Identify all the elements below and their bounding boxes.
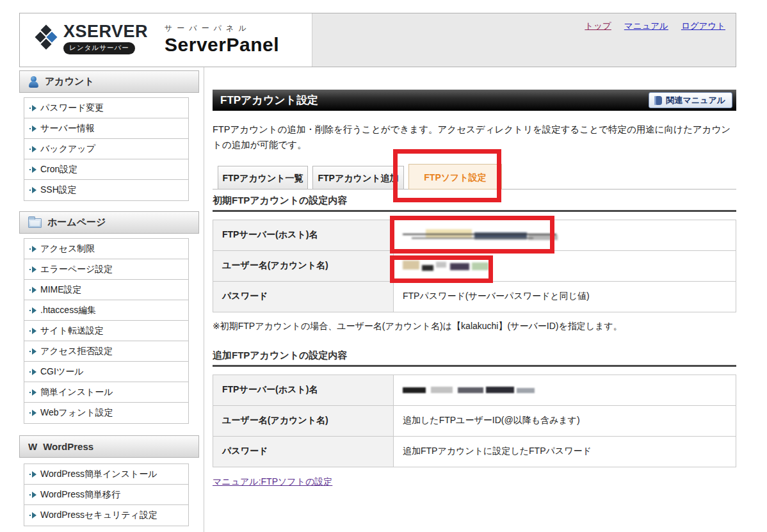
row-value: FTPパスワード(サーバーパスワードと同じ値) (394, 281, 736, 312)
sidebar-item[interactable]: バックアップ (24, 139, 188, 159)
arrow-icon (29, 328, 37, 334)
nav-link-0[interactable]: トップ (585, 21, 611, 31)
arrow-icon (29, 166, 37, 173)
sidebar-item-label: .htaccess編集 (40, 305, 96, 316)
table-row: パスワード追加FTPアカウントに設定したFTPパスワード (213, 436, 736, 467)
arrow-icon (29, 348, 37, 355)
folder-icon (28, 218, 42, 228)
sidebar-divider (204, 67, 204, 532)
tab-0[interactable]: FTPアカウント一覧 (218, 166, 308, 189)
row-label: FTPサーバー(ホスト)名 (213, 220, 394, 250)
sidebar-item-label: Webフォント設定 (40, 407, 113, 419)
header-nav: トップマニュアルログアウト (312, 13, 736, 67)
arrow-icon (29, 105, 37, 111)
sidebar-menu-homepage: アクセス制限エラーページ設定MIME設定.htaccess編集サイト転送設定アク… (24, 238, 189, 424)
ftp-soft-manual-link[interactable]: マニュアル:FTPソフトの設定 (213, 476, 332, 488)
redacted-value (403, 384, 556, 396)
sidebar-item[interactable]: エラーページ設定 (24, 259, 188, 280)
row-value (394, 220, 736, 250)
brand-badge: レンタルサーバー (63, 42, 135, 54)
arrow-icon (29, 471, 37, 478)
redacted-value (403, 259, 499, 272)
page-header: XSERVER レンタルサーバー サーバーパネル ServerPanel トップ… (19, 13, 736, 67)
table-row: パスワードFTPパスワード(サーバーパスワードと同じ値) (213, 281, 736, 312)
arrow-icon (29, 266, 37, 273)
sidebar-item[interactable]: WordPress簡単移行 (24, 485, 188, 505)
sidebar-item[interactable]: 簡単インストール (24, 382, 188, 403)
row-label: ユーザー名(アカウント名) (213, 405, 394, 436)
page-title-bar: FTPアカウント設定 関連マニュアル (213, 90, 736, 111)
sidebar-item[interactable]: Cron設定 (24, 159, 188, 180)
arrow-icon (29, 146, 37, 152)
book-icon (654, 96, 662, 105)
sidebar-item[interactable]: パスワード変更 (24, 98, 188, 118)
sidebar-item[interactable]: CGIツール (24, 362, 188, 382)
arrow-icon (29, 125, 37, 132)
row-value: 追加FTPアカウントに設定したFTPパスワード (394, 436, 736, 467)
sidebar-item[interactable]: アクセス拒否設定 (24, 341, 188, 362)
arrow-icon (29, 246, 37, 252)
table-row: ユーザー名(アカウント名) (213, 250, 736, 281)
sidebar-item[interactable]: Webフォント設定 (24, 403, 188, 423)
sidebar-item-label: WordPress簡単移行 (40, 489, 120, 501)
sidebar-item-label: パスワード変更 (40, 102, 104, 114)
xserver-diamond-icon (36, 26, 60, 52)
page-description: FTPアカウントの追加・削除を行うことができます。アクセスディレクトリを設定する… (213, 122, 736, 153)
redacted-value (403, 227, 564, 243)
sidebar-item-label: CGIツール (40, 366, 84, 378)
sidebar-menu-wordpress: WordPress簡単インストールWordPress簡単移行WordPressセ… (24, 463, 189, 526)
wordpress-icon: W (28, 441, 37, 452)
sidebar-section-title: アカウント (45, 76, 94, 88)
arrow-icon (29, 410, 37, 416)
sidebar-section-title: ホームページ (47, 216, 106, 229)
sidebar-item-label: エラーページ設定 (40, 264, 113, 275)
tab-bar: FTPアカウント一覧FTPアカウント追加FTPソフト設定 (213, 164, 736, 189)
sidebar-item-label: WordPressセキュリティ設定 (40, 510, 157, 521)
row-label: パスワード (213, 436, 394, 467)
table-row: ユーザー名(アカウント名)追加したFTPユーザーID(@以降も含みます) (213, 405, 736, 436)
sidebar-item-label: サイト転送設定 (40, 325, 104, 337)
tab-1[interactable]: FTPアカウント追加 (312, 166, 404, 189)
arrow-icon (29, 492, 37, 498)
table-row: FTPサーバー(ホスト)名 (213, 375, 736, 405)
sidebar-item[interactable]: MIME設定 (24, 280, 188, 300)
sidebar-item[interactable]: サーバー情報 (24, 118, 188, 139)
arrow-icon (29, 287, 37, 293)
sidebar-item-label: Cron設定 (40, 164, 77, 175)
sidebar-item-label: WordPress簡単インストール (40, 469, 157, 480)
tab-2-active[interactable]: FTPソフト設定 (408, 164, 502, 189)
initial-ftp-table: FTPサーバー(ホスト)名ユーザー名(アカウント名)パスワードFTPパスワード(… (213, 220, 736, 312)
sidebar-item-label: サーバー情報 (40, 123, 95, 134)
table-row: FTPサーバー(ホスト)名 (213, 220, 736, 250)
panel-subtitle-kana: サーバーパネル (165, 23, 279, 34)
sidebar-item-label: アクセス拒否設定 (40, 346, 113, 357)
panel-title: ServerPanel (165, 34, 279, 56)
arrow-icon (29, 512, 37, 519)
sidebar-item-label: アクセス制限 (40, 243, 95, 255)
sidebar-item[interactable]: WordPressセキュリティ設定 (24, 505, 188, 526)
sidebar-item[interactable]: WordPress簡単インストール (24, 464, 188, 485)
sidebar-item[interactable]: サイト転送設定 (24, 321, 188, 341)
nav-link-2[interactable]: ログアウト (681, 21, 725, 31)
sidebar-item[interactable]: アクセス制限 (24, 239, 188, 259)
related-manual-button[interactable]: 関連マニュアル (649, 92, 732, 108)
related-manual-label: 関連マニュアル (666, 95, 725, 106)
page-title: FTPアカウント設定 (220, 94, 318, 106)
sidebar-section-account: アカウント (19, 70, 199, 93)
row-value (394, 375, 736, 405)
nav-link-1[interactable]: マニュアル (624, 21, 668, 31)
arrow-icon (29, 307, 37, 314)
section-heading-additional: 追加FTPアカウントの設定内容 (213, 350, 736, 367)
sidebar-item-label: SSH設定 (40, 184, 77, 196)
sidebar-item-label: バックアップ (40, 143, 95, 155)
sidebar-section-title: WordPress (43, 441, 93, 452)
sidebar-item[interactable]: .htaccess編集 (24, 300, 188, 321)
xserver-logo[interactable]: XSERVER レンタルサーバー サーバーパネル ServerPanel (36, 22, 279, 56)
arrow-icon (29, 187, 37, 193)
sidebar-item[interactable]: SSH設定 (24, 180, 188, 200)
additional-ftp-table: FTPサーバー(ホスト)名ユーザー名(アカウント名)追加したFTPユーザーID(… (213, 375, 736, 467)
arrow-icon (29, 369, 37, 375)
row-label: FTPサーバー(ホスト)名 (213, 375, 394, 405)
main-content: FTPアカウント設定 関連マニュアル FTPアカウントの追加・削除を行うことがで… (213, 90, 736, 488)
brand-name: XSERVER (63, 22, 148, 40)
